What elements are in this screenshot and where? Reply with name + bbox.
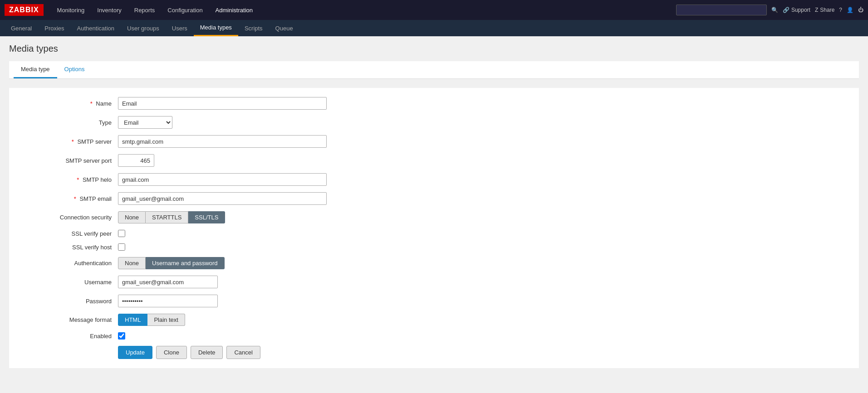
support-link[interactable]: 🔗 Support	[783, 7, 810, 13]
search-input[interactable]	[676, 5, 767, 15]
form-row-name: * Name	[18, 97, 850, 110]
enabled-checkbox[interactable]	[118, 332, 125, 340]
subnav-authentication[interactable]: Authentication	[71, 20, 121, 36]
smtp-email-input[interactable]	[118, 192, 327, 205]
tab-media-type[interactable]: Media type	[14, 61, 57, 78]
username-input[interactable]	[118, 276, 218, 288]
connection-security-label: Connection security	[18, 214, 118, 221]
message-format-plain[interactable]: Plain text	[147, 314, 185, 326]
subnav-users[interactable]: Users	[166, 20, 194, 36]
type-select[interactable]: Email SMS Script Jabber Ez Texting	[118, 116, 172, 129]
update-button[interactable]: Update	[118, 346, 152, 359]
type-label: Type	[18, 119, 118, 126]
tab-bar: Media type Options	[9, 61, 859, 79]
form-row-authentication: Authentication None Username and passwor…	[18, 257, 850, 269]
form-row-password: Password	[18, 295, 850, 307]
support-icon: 🔗	[783, 7, 790, 13]
share-link[interactable]: Z Share	[815, 7, 834, 13]
top-navigation: ZABBIX Monitoring Inventory Reports Conf…	[0, 0, 868, 20]
password-input[interactable]	[118, 295, 218, 307]
subnav-media-types[interactable]: Media types	[194, 20, 238, 36]
form-row-type: Type Email SMS Script Jabber Ez Texting	[18, 116, 850, 129]
ssl-verify-host-checkbox[interactable]	[118, 243, 125, 251]
message-format-label: Message format	[18, 316, 118, 323]
form-row-smtp-port: SMTP server port	[18, 154, 850, 167]
logout-icon[interactable]: ⏻	[858, 7, 863, 13]
form-container: * Name Type Email SMS Script Jabber Ez T…	[9, 88, 859, 368]
enabled-label: Enabled	[18, 333, 118, 340]
smtp-port-label: SMTP server port	[18, 157, 118, 164]
form-row-connection-security: Connection security None STARTTLS SSL/TL…	[18, 211, 850, 223]
nav-monitoring[interactable]: Monitoring	[51, 0, 91, 20]
page-title: Media types	[9, 44, 859, 54]
delete-button[interactable]: Delete	[191, 346, 223, 359]
ssl-verify-peer-checkbox[interactable]	[118, 230, 125, 237]
tab-options[interactable]: Options	[57, 61, 92, 78]
search-icon[interactable]: 🔍	[771, 7, 778, 13]
form-row-smtp-server: * SMTP server	[18, 135, 850, 148]
top-nav-right: 🔍 🔗 Support Z Share ? 👤 ⏻	[676, 5, 863, 15]
form-row-smtp-helo: * SMTP helo	[18, 173, 850, 186]
ssl-verify-peer-wrapper	[118, 230, 125, 237]
smtp-port-input[interactable]	[118, 154, 154, 167]
name-input[interactable]	[118, 97, 327, 110]
message-format-html[interactable]: HTML	[118, 314, 147, 326]
connection-security-ssltls[interactable]: SSL/TLS	[188, 211, 225, 223]
help-icon[interactable]: ?	[839, 7, 842, 13]
ssl-verify-host-label: SSL verify host	[18, 244, 118, 251]
smtp-helo-label: * SMTP helo	[18, 176, 118, 183]
clone-button[interactable]: Clone	[156, 346, 187, 359]
connection-security-group: None STARTTLS SSL/TLS	[118, 211, 225, 223]
smtp-server-label: * SMTP server	[18, 138, 118, 145]
name-label: * Name	[18, 100, 118, 107]
smtp-helo-input[interactable]	[118, 173, 327, 186]
username-label: Username	[18, 279, 118, 286]
nav-administration[interactable]: Administration	[209, 0, 259, 20]
form-row-ssl-verify-host: SSL verify host	[18, 243, 850, 251]
logo: ZABBIX	[5, 4, 44, 16]
user-icon[interactable]: 👤	[847, 7, 853, 13]
form-row-smtp-email: * SMTP email	[18, 192, 850, 205]
form-row-ssl-verify-peer: SSL verify peer	[18, 230, 850, 237]
nav-configuration[interactable]: Configuration	[161, 0, 209, 20]
subnav-general[interactable]: General	[5, 20, 38, 36]
nav-reports[interactable]: Reports	[128, 0, 162, 20]
auth-none[interactable]: None	[118, 257, 146, 269]
auth-username-password[interactable]: Username and password	[146, 257, 225, 269]
nav-inventory[interactable]: Inventory	[91, 0, 128, 20]
password-label: Password	[18, 298, 118, 305]
page-content: Media types Media type Options * Name Ty…	[0, 36, 868, 393]
subnav-user-groups[interactable]: User groups	[121, 20, 166, 36]
enabled-wrapper	[118, 332, 125, 340]
authentication-group: None Username and password	[118, 257, 225, 269]
subnav-queue[interactable]: Queue	[269, 20, 299, 36]
connection-security-none[interactable]: None	[118, 211, 146, 223]
form-row-username: Username	[18, 276, 850, 288]
subnav-scripts[interactable]: Scripts	[238, 20, 269, 36]
action-buttons: Update Clone Delete Cancel	[18, 346, 850, 359]
smtp-server-input[interactable]	[118, 135, 327, 148]
smtp-email-label: * SMTP email	[18, 195, 118, 202]
form-row-enabled: Enabled	[18, 332, 850, 340]
share-icon: Z	[815, 7, 818, 13]
connection-security-starttls[interactable]: STARTTLS	[146, 211, 188, 223]
authentication-label: Authentication	[18, 260, 118, 267]
message-format-group: HTML Plain text	[118, 314, 185, 326]
sub-navigation: General Proxies Authentication User grou…	[0, 20, 868, 36]
ssl-verify-peer-label: SSL verify peer	[18, 230, 118, 237]
form-row-message-format: Message format HTML Plain text	[18, 314, 850, 326]
ssl-verify-host-wrapper	[118, 243, 125, 251]
subnav-proxies[interactable]: Proxies	[38, 20, 70, 36]
cancel-button[interactable]: Cancel	[226, 346, 260, 359]
